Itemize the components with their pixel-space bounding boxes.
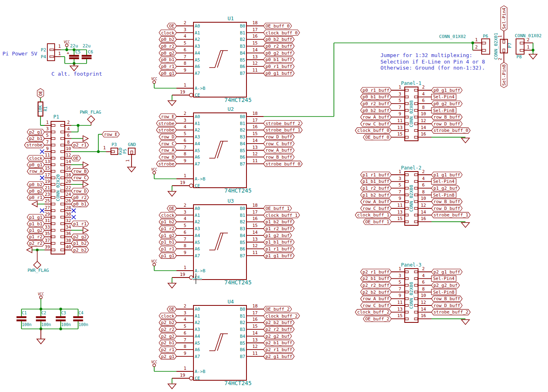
resistor-value: 10K bbox=[38, 105, 42, 112]
capacitor-plate[interactable] bbox=[82, 55, 91, 57]
net-label-text: strobe_buff_2 bbox=[266, 121, 300, 126]
capacitor-plate[interactable] bbox=[36, 320, 46, 321]
pin-name: B2 bbox=[240, 219, 245, 225]
connector-body[interactable] bbox=[128, 148, 135, 155]
connector-body[interactable] bbox=[482, 39, 490, 54]
gnd-symbol bbox=[168, 191, 176, 196]
net-label-text: p2_g2 bbox=[73, 234, 87, 239]
pin-number: 3 bbox=[184, 27, 187, 32]
polarity-mark: + bbox=[67, 51, 70, 56]
pin-name: A4 bbox=[195, 233, 200, 238]
pin-name: A3 bbox=[195, 226, 200, 231]
net-label-text: row_A bbox=[29, 169, 42, 174]
connector-type: CONN_02X20 bbox=[55, 174, 61, 201]
pin-number: 4 bbox=[67, 126, 70, 131]
pin-number: 14 bbox=[252, 47, 258, 53]
schematic-page[interactable]: U174HCT2452A0OE18B0OE_buff_03A1clock17B1… bbox=[0, 0, 548, 392]
pwr-flag-symbol[interactable] bbox=[87, 116, 95, 123]
pin-number: 3 bbox=[399, 176, 401, 181]
capacitor-plate[interactable] bbox=[69, 57, 79, 59]
capacitor-ref: C6 bbox=[88, 49, 93, 55]
net-label-text: p2_g1_buff bbox=[433, 269, 460, 275]
net-label-text: Sel-Pin4 bbox=[433, 94, 455, 100]
net-label-text: row_D_buff bbox=[433, 303, 460, 308]
note-text: C alt. footprint bbox=[51, 71, 102, 77]
pin-number: 9 bbox=[184, 68, 187, 73]
pin-name: B7 bbox=[240, 71, 245, 76]
pin-notch bbox=[414, 271, 418, 273]
pin-number: 21 bbox=[45, 185, 50, 191]
net-label-text: p1_g2 bbox=[29, 228, 42, 233]
capacitor-plate[interactable] bbox=[82, 57, 91, 59]
net-label-text: p2_r1 bbox=[161, 347, 174, 352]
net-label-text: row_D_buff bbox=[266, 134, 292, 140]
capacitor-plate[interactable] bbox=[56, 316, 66, 318]
pin-number: 26 bbox=[66, 198, 71, 203]
pin-notch bbox=[414, 174, 418, 176]
inversion-bubble bbox=[189, 377, 193, 380]
gnd-symbol bbox=[168, 283, 176, 288]
net-label-text: p1_b2 bbox=[73, 241, 87, 246]
pin-notch bbox=[520, 42, 524, 44]
capacitor-ref: C5 bbox=[75, 49, 81, 55]
connector-body[interactable] bbox=[500, 39, 508, 53]
net-label-text: p0_b2 bbox=[161, 37, 174, 42]
pin-number: 11 bbox=[252, 158, 257, 163]
pin-number: 14 bbox=[252, 331, 258, 336]
pin-notch bbox=[405, 116, 408, 118]
pin-notch bbox=[405, 180, 408, 182]
capacitor-plate[interactable] bbox=[36, 316, 46, 318]
capacitor-value: 22u bbox=[70, 43, 78, 49]
net-label-text: p2_g2_buf bbox=[433, 283, 458, 288]
ic-ref: U1 bbox=[227, 15, 234, 21]
pin-notch bbox=[405, 201, 408, 203]
pin-number: 4 bbox=[422, 176, 425, 181]
net-label-text: p1_r1_buff bbox=[266, 246, 292, 252]
net-label-text: p0_g2 bbox=[161, 51, 174, 56]
capacitor-plate[interactable] bbox=[17, 316, 26, 318]
capacitor-value: 100n bbox=[61, 322, 71, 327]
pin-name: A5 bbox=[195, 57, 200, 63]
pin-number: 16 bbox=[66, 165, 71, 171]
net-label-text: clock_buff_2 bbox=[357, 309, 389, 315]
pin-number: 2 bbox=[498, 58, 502, 60]
net-label-text: p1_r2_buff bbox=[266, 226, 292, 231]
pin-number: 6 bbox=[184, 47, 187, 53]
pin-name: A4 bbox=[195, 141, 200, 146]
capacitor-plate[interactable] bbox=[73, 316, 83, 318]
pin-number: 14 bbox=[421, 125, 426, 130]
net-label-text: p2_g1 bbox=[161, 354, 174, 359]
capacitor-plate[interactable] bbox=[17, 320, 26, 321]
capacitor-plate[interactable] bbox=[56, 320, 66, 321]
gnd-symbol bbox=[70, 66, 78, 71]
pin-number: 11 bbox=[252, 250, 257, 255]
pin-notch bbox=[51, 125, 55, 127]
capacitor-ref: C3 bbox=[61, 311, 66, 315]
pin-name: A2 bbox=[195, 127, 200, 133]
net-label-text: row_B_buff bbox=[433, 199, 460, 204]
pin-number: 30 bbox=[66, 212, 71, 217]
capacitor-plate[interactable] bbox=[69, 55, 79, 57]
pin-number: 23 bbox=[45, 192, 50, 197]
connector-body[interactable] bbox=[47, 44, 55, 61]
pin-number: 6 bbox=[67, 133, 70, 138]
net-label-text: strobe_buff_0 bbox=[266, 161, 300, 167]
net-label-text: row_B_buff bbox=[433, 296, 460, 301]
pin-notch bbox=[61, 157, 64, 159]
net-label-text: p1_b1_buff bbox=[266, 239, 292, 245]
pin-number: 13 bbox=[397, 307, 402, 312]
pin-notch bbox=[61, 242, 64, 244]
pin-number: 2 bbox=[475, 44, 478, 50]
vcc-symbol bbox=[153, 263, 156, 266]
capacitor-plate[interactable] bbox=[73, 320, 83, 321]
gnd-symbol bbox=[27, 247, 32, 253]
pin-name: A0 bbox=[195, 206, 200, 211]
gnd-symbol bbox=[461, 138, 469, 143]
pin-number: 16 bbox=[421, 313, 426, 318]
connector-ref: P7 bbox=[507, 42, 512, 48]
connector-body[interactable] bbox=[516, 39, 524, 54]
net-label-text: clock_buff_0 bbox=[266, 30, 297, 36]
net-label-text: row_D_buff bbox=[433, 206, 460, 211]
net-label-text: p1_b1 bbox=[29, 221, 42, 227]
edit-cursor-highlight bbox=[192, 278, 202, 280]
